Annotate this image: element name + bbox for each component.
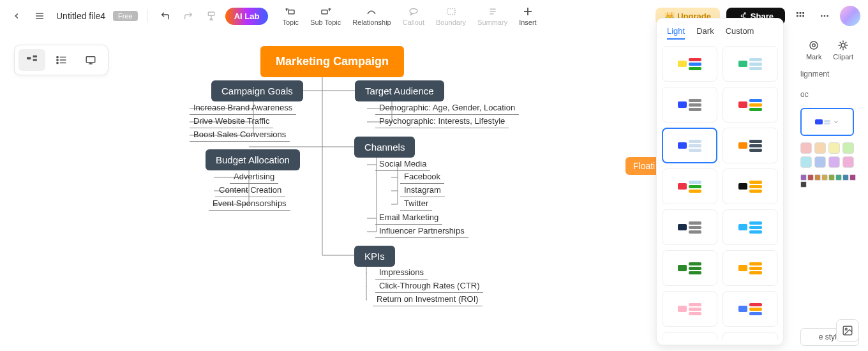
toolbar-label: Callout (403, 19, 424, 26)
theme-card[interactable] (722, 250, 778, 286)
color-swatch[interactable] (800, 156, 812, 168)
redo-icon[interactable] (179, 7, 197, 25)
svg-rect-23 (802, 15, 804, 17)
theme-card[interactable] (722, 168, 778, 204)
file-name[interactable]: Untitled file4 (56, 11, 105, 21)
svg-rect-20 (802, 12, 804, 14)
theme-card[interactable] (722, 209, 778, 245)
chevron-down-icon (833, 119, 839, 125)
leaf-node[interactable]: Advertising (230, 170, 278, 184)
toolbar-label: Topic (282, 19, 299, 26)
leaf-node[interactable]: Return on Investment (ROI) (373, 292, 483, 306)
color-swatch[interactable] (800, 142, 812, 154)
avatar[interactable] (840, 6, 860, 26)
theme-card[interactable] (662, 168, 717, 204)
color-swatch[interactable] (800, 174, 807, 181)
color-swatch[interactable] (849, 174, 856, 181)
color-swatch[interactable] (828, 174, 835, 181)
svg-point-14 (744, 13, 745, 14)
svg-line-16 (743, 14, 744, 15)
apps-icon[interactable] (791, 7, 809, 25)
color-swatch[interactable] (814, 142, 826, 154)
clipart-label: Clipart (833, 53, 853, 61)
mini-swatches (800, 174, 859, 188)
svg-rect-4 (288, 10, 294, 14)
branch-node[interactable]: Channels (354, 137, 415, 158)
toolbar-sub-topic[interactable]: Sub Topic (310, 6, 341, 26)
theme-card[interactable] (662, 209, 717, 245)
color-swatch[interactable] (842, 174, 849, 181)
sub topic-icon (320, 6, 331, 17)
clipart-button[interactable]: Clipart (833, 40, 853, 61)
leaf-node[interactable]: Email Marketing (375, 211, 442, 225)
svg-point-40 (812, 44, 816, 47)
leaf-node[interactable]: Boost Sales Conversions (190, 128, 290, 142)
leaf-node[interactable]: Demographic: Age, Gender, Location (375, 101, 519, 115)
theme-card[interactable] (662, 332, 717, 340)
alignment-option[interactable]: lignment (800, 67, 859, 81)
svg-rect-19 (800, 12, 802, 14)
svg-point-24 (821, 15, 823, 17)
tab-light[interactable]: Light (667, 26, 685, 40)
leaf-node[interactable]: Drive Website Traffic (190, 114, 273, 128)
color-swatch[interactable] (828, 156, 840, 168)
tab-custom[interactable]: Custom (726, 26, 754, 40)
leaf-node[interactable]: Social Media (375, 157, 430, 171)
theme-card[interactable] (662, 128, 717, 163)
leaf-node[interactable]: Increase Brand Awareness (190, 101, 296, 115)
color-swatch[interactable] (835, 174, 842, 181)
color-swatch[interactable] (800, 181, 807, 188)
color-swatch[interactable] (807, 174, 814, 181)
theme-card[interactable] (722, 291, 778, 327)
toolbar-insert[interactable]: Insert (519, 6, 537, 26)
theme-card[interactable] (662, 87, 717, 123)
theme-card[interactable] (662, 250, 717, 286)
toolbar-relationship[interactable]: Relationship (352, 6, 391, 26)
svg-rect-7 (447, 9, 455, 15)
theme-card[interactable] (722, 128, 778, 163)
toolbar-callout: Callout (403, 6, 424, 26)
svg-rect-18 (797, 12, 798, 14)
image-tool-icon[interactable] (836, 319, 859, 342)
color-swatch[interactable] (842, 156, 854, 168)
color-swatch[interactable] (814, 174, 821, 181)
color-swatch[interactable] (814, 156, 826, 168)
leaf-node[interactable]: Facebook (400, 170, 444, 184)
toolbar-topic[interactable]: Topic (282, 6, 299, 26)
leaf-node[interactable]: Psychographic: Interests, Lifestyle (375, 114, 509, 128)
theme-card[interactable] (662, 291, 717, 327)
leaf-node[interactable]: Click-Through Rates (CTR) (375, 279, 483, 293)
oc-option[interactable]: oc (800, 87, 859, 101)
color-swatch[interactable] (828, 142, 840, 154)
theme-card[interactable] (722, 332, 778, 340)
back-icon[interactable] (8, 7, 26, 25)
leaf-node[interactable]: Content Creation (215, 183, 285, 197)
leaf-node[interactable]: Impressions (375, 265, 428, 280)
leaf-node[interactable]: Influencer Partnerships (375, 224, 468, 238)
format-paint-icon[interactable] (202, 7, 220, 25)
panel-tabs: Light Dark Custom (662, 24, 778, 46)
root-node[interactable]: Marketing Campaign (260, 46, 404, 77)
svg-point-39 (810, 41, 818, 49)
more-icon[interactable] (816, 7, 834, 25)
theme-card[interactable] (722, 46, 778, 82)
undo-icon[interactable] (156, 7, 174, 25)
branch-node[interactable]: Budget Allocation (206, 149, 300, 170)
theme-picker[interactable] (800, 108, 854, 136)
leaf-node[interactable]: Twitter (400, 197, 432, 211)
mark-button[interactable]: Mark (806, 40, 821, 61)
tab-dark[interactable]: Dark (696, 26, 714, 40)
color-swatch[interactable] (842, 142, 854, 154)
branch-node[interactable]: Campaign Goals (211, 80, 303, 101)
topic-icon (285, 6, 296, 17)
branch-node[interactable]: KPIs (354, 246, 395, 267)
color-swatch[interactable] (821, 174, 828, 181)
menu-icon[interactable] (31, 7, 49, 25)
svg-point-43 (845, 328, 847, 330)
branch-node[interactable]: Target Audience (355, 80, 444, 101)
leaf-node[interactable]: Instagram (400, 183, 445, 197)
ai-lab-button[interactable]: AI Lab (225, 8, 269, 25)
leaf-node[interactable]: Event Sponsorships (209, 197, 290, 211)
theme-card[interactable] (662, 46, 717, 82)
theme-card[interactable] (722, 87, 778, 123)
